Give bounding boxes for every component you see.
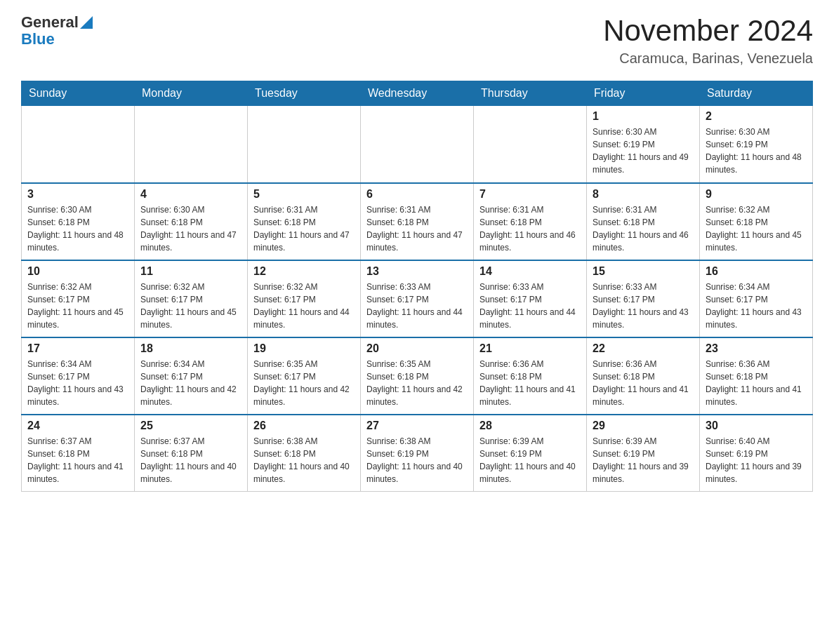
table-row: 26Sunrise: 6:38 AMSunset: 6:18 PMDayligh…	[248, 415, 361, 492]
table-row: 24Sunrise: 6:37 AMSunset: 6:18 PMDayligh…	[22, 415, 135, 492]
logo-general-text: General	[21, 14, 79, 31]
table-row: 7Sunrise: 6:31 AMSunset: 6:18 PMDaylight…	[474, 183, 587, 260]
day-number: 9	[706, 188, 807, 201]
day-number: 25	[140, 420, 241, 432]
logo: General Blue	[21, 14, 93, 48]
col-friday: Friday	[587, 81, 700, 106]
day-info: Sunrise: 6:38 AMSunset: 6:18 PMDaylight:…	[253, 435, 355, 485]
day-number: 18	[140, 342, 241, 355]
month-title: November 2024	[603, 14, 813, 48]
day-number: 4	[140, 188, 241, 201]
table-row: 11Sunrise: 6:32 AMSunset: 6:17 PMDayligh…	[135, 260, 248, 337]
day-info: Sunrise: 6:31 AMSunset: 6:18 PMDaylight:…	[479, 203, 581, 254]
day-number: 6	[366, 188, 468, 201]
day-info: Sunrise: 6:40 AMSunset: 6:19 PMDaylight:…	[706, 435, 807, 485]
table-row: 29Sunrise: 6:39 AMSunset: 6:19 PMDayligh…	[587, 415, 700, 492]
table-row: 16Sunrise: 6:34 AMSunset: 6:17 PMDayligh…	[700, 260, 813, 337]
table-row: 23Sunrise: 6:36 AMSunset: 6:18 PMDayligh…	[700, 337, 813, 415]
day-info: Sunrise: 6:36 AMSunset: 6:18 PMDaylight:…	[706, 358, 807, 408]
table-row: 20Sunrise: 6:35 AMSunset: 6:18 PMDayligh…	[361, 337, 474, 415]
col-tuesday: Tuesday	[248, 81, 361, 106]
day-number: 3	[27, 188, 128, 201]
day-info: Sunrise: 6:30 AMSunset: 6:19 PMDaylight:…	[593, 126, 694, 176]
day-number: 23	[706, 342, 807, 355]
day-info: Sunrise: 6:30 AMSunset: 6:18 PMDaylight:…	[27, 203, 128, 254]
day-number: 26	[253, 420, 355, 432]
col-monday: Monday	[135, 81, 248, 106]
day-info: Sunrise: 6:34 AMSunset: 6:17 PMDaylight:…	[27, 358, 128, 408]
day-info: Sunrise: 6:32 AMSunset: 6:17 PMDaylight:…	[27, 281, 128, 331]
day-number: 10	[27, 265, 128, 278]
day-info: Sunrise: 6:39 AMSunset: 6:19 PMDaylight:…	[479, 435, 581, 485]
table-row: 27Sunrise: 6:38 AMSunset: 6:19 PMDayligh…	[361, 415, 474, 492]
day-info: Sunrise: 6:33 AMSunset: 6:17 PMDaylight:…	[593, 281, 694, 331]
day-number: 28	[479, 420, 581, 432]
day-number: 2	[706, 110, 807, 123]
day-info: Sunrise: 6:34 AMSunset: 6:17 PMDaylight:…	[706, 281, 807, 331]
table-row	[248, 106, 361, 183]
table-row: 19Sunrise: 6:35 AMSunset: 6:17 PMDayligh…	[248, 337, 361, 415]
day-number: 1	[593, 110, 694, 123]
day-info: Sunrise: 6:30 AMSunset: 6:19 PMDaylight:…	[706, 126, 807, 176]
table-row: 30Sunrise: 6:40 AMSunset: 6:19 PMDayligh…	[700, 415, 813, 492]
table-row: 17Sunrise: 6:34 AMSunset: 6:17 PMDayligh…	[22, 337, 135, 415]
calendar-week-row: 3Sunrise: 6:30 AMSunset: 6:18 PMDaylight…	[22, 183, 813, 260]
table-row: 13Sunrise: 6:33 AMSunset: 6:17 PMDayligh…	[361, 260, 474, 337]
table-row: 18Sunrise: 6:34 AMSunset: 6:17 PMDayligh…	[135, 337, 248, 415]
table-row: 28Sunrise: 6:39 AMSunset: 6:19 PMDayligh…	[474, 415, 587, 492]
table-row: 4Sunrise: 6:30 AMSunset: 6:18 PMDaylight…	[135, 183, 248, 260]
svg-marker-0	[80, 16, 93, 29]
table-row	[135, 106, 248, 183]
day-info: Sunrise: 6:36 AMSunset: 6:18 PMDaylight:…	[593, 358, 694, 408]
day-number: 30	[706, 420, 807, 432]
table-row: 5Sunrise: 6:31 AMSunset: 6:18 PMDaylight…	[248, 183, 361, 260]
day-number: 15	[593, 265, 694, 278]
day-number: 8	[593, 188, 694, 201]
table-row: 12Sunrise: 6:32 AMSunset: 6:17 PMDayligh…	[248, 260, 361, 337]
day-info: Sunrise: 6:36 AMSunset: 6:18 PMDaylight:…	[479, 358, 581, 408]
calendar-week-row: 24Sunrise: 6:37 AMSunset: 6:18 PMDayligh…	[22, 415, 813, 492]
day-info: Sunrise: 6:33 AMSunset: 6:17 PMDaylight:…	[479, 281, 581, 331]
day-number: 7	[479, 188, 581, 201]
day-info: Sunrise: 6:33 AMSunset: 6:17 PMDaylight:…	[366, 281, 468, 331]
day-info: Sunrise: 6:31 AMSunset: 6:18 PMDaylight:…	[253, 203, 355, 254]
day-number: 29	[593, 420, 694, 432]
day-info: Sunrise: 6:31 AMSunset: 6:18 PMDaylight:…	[593, 203, 694, 254]
day-info: Sunrise: 6:38 AMSunset: 6:19 PMDaylight:…	[366, 435, 468, 485]
table-row: 14Sunrise: 6:33 AMSunset: 6:17 PMDayligh…	[474, 260, 587, 337]
table-row: 3Sunrise: 6:30 AMSunset: 6:18 PMDaylight…	[22, 183, 135, 260]
table-row: 21Sunrise: 6:36 AMSunset: 6:18 PMDayligh…	[474, 337, 587, 415]
logo-triangle-icon	[80, 16, 93, 29]
day-number: 16	[706, 265, 807, 278]
table-row: 25Sunrise: 6:37 AMSunset: 6:18 PMDayligh…	[135, 415, 248, 492]
day-number: 19	[253, 342, 355, 355]
table-row: 15Sunrise: 6:33 AMSunset: 6:17 PMDayligh…	[587, 260, 700, 337]
table-row: 8Sunrise: 6:31 AMSunset: 6:18 PMDaylight…	[587, 183, 700, 260]
col-wednesday: Wednesday	[361, 81, 474, 106]
day-info: Sunrise: 6:37 AMSunset: 6:18 PMDaylight:…	[27, 435, 128, 485]
day-number: 13	[366, 265, 468, 278]
day-number: 5	[253, 188, 355, 201]
day-info: Sunrise: 6:30 AMSunset: 6:18 PMDaylight:…	[140, 203, 241, 254]
day-info: Sunrise: 6:37 AMSunset: 6:18 PMDaylight:…	[140, 435, 241, 485]
table-row	[474, 106, 587, 183]
day-number: 24	[27, 420, 128, 432]
day-number: 14	[479, 265, 581, 278]
col-sunday: Sunday	[22, 81, 135, 106]
day-info: Sunrise: 6:35 AMSunset: 6:17 PMDaylight:…	[253, 358, 355, 408]
table-row: 2Sunrise: 6:30 AMSunset: 6:19 PMDaylight…	[700, 106, 813, 183]
day-number: 21	[479, 342, 581, 355]
table-row	[22, 106, 135, 183]
day-number: 27	[366, 420, 468, 432]
logo-blue-text: Blue	[21, 30, 55, 48]
day-number: 20	[366, 342, 468, 355]
calendar-header-row: Sunday Monday Tuesday Wednesday Thursday…	[22, 81, 813, 106]
table-row: 6Sunrise: 6:31 AMSunset: 6:18 PMDaylight…	[361, 183, 474, 260]
day-info: Sunrise: 6:39 AMSunset: 6:19 PMDaylight:…	[593, 435, 694, 485]
location-text: Caramuca, Barinas, Venezuela	[603, 51, 813, 67]
day-info: Sunrise: 6:32 AMSunset: 6:17 PMDaylight:…	[140, 281, 241, 331]
day-info: Sunrise: 6:32 AMSunset: 6:17 PMDaylight:…	[253, 281, 355, 331]
day-number: 22	[593, 342, 694, 355]
calendar-table: Sunday Monday Tuesday Wednesday Thursday…	[21, 81, 813, 492]
calendar-week-row: 1Sunrise: 6:30 AMSunset: 6:19 PMDaylight…	[22, 106, 813, 183]
